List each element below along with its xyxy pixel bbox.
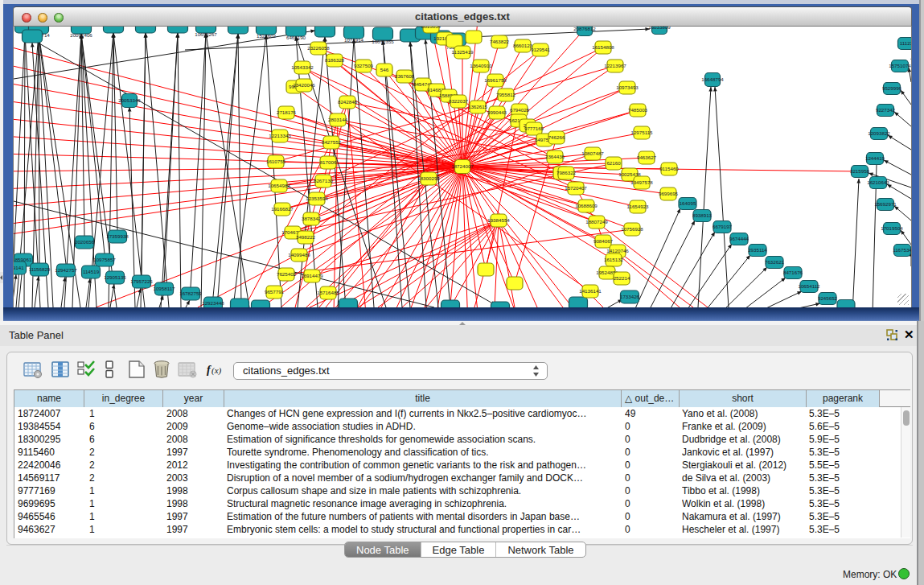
svg-text:6466190: 6466190 [286,35,306,40]
svg-text:17359938: 17359938 [106,233,129,239]
svg-text:9657791: 9657791 [265,289,285,295]
svg-text:18807249: 18807249 [585,219,608,225]
svg-text:18300295: 18300295 [417,175,440,181]
svg-text:2935114: 2935114 [748,247,767,253]
svg-text:252214: 252214 [614,275,630,281]
svg-text:10688609: 10688609 [575,203,598,208]
svg-text:1610755: 1610755 [266,159,286,164]
svg-text:14120746: 14120746 [606,248,629,253]
svg-text:12942757: 12942757 [55,267,77,273]
svg-text:10807487: 10807487 [581,150,604,156]
svg-text:1615132: 1615132 [604,257,624,262]
svg-text:2364436: 2364436 [545,154,565,159]
svg-text:12975115: 12975115 [630,130,653,135]
svg-text:8938913: 8938913 [692,212,713,218]
svg-text:12213967: 12213967 [604,63,626,68]
svg-text:11123: 11123 [900,40,911,46]
svg-text:8471676: 8471676 [783,270,803,275]
svg-text:9129541: 9129541 [531,47,551,52]
svg-text:10756928: 10756928 [621,226,643,232]
svg-text:14099489: 14099489 [288,252,310,257]
svg-text:16648794: 16648794 [701,76,724,82]
svg-text:9084067: 9084067 [593,238,614,244]
svg-text:10654112: 10654112 [798,283,820,289]
svg-text:9115460: 9115460 [659,166,679,171]
svg-text:12213343: 12213343 [269,133,291,138]
svg-text:10543342: 10543342 [291,64,314,70]
svg-text:1733426: 1733426 [620,294,640,299]
svg-text:16154808: 16154808 [592,44,614,50]
svg-text:7485003: 7485003 [628,107,648,113]
svg-text:7955812: 7955812 [496,92,516,97]
svg-text:15692971: 15692971 [874,201,897,207]
svg-text:9463627: 9463627 [637,154,657,160]
svg-text:9327509: 9327509 [354,63,374,68]
svg-text:2803144: 2803144 [328,117,348,122]
svg-text:10973493: 10973493 [616,84,639,90]
svg-text:8322037: 8322037 [449,98,469,104]
svg-text:8813054: 8813054 [421,27,441,29]
svg-text:16671355: 16671355 [372,39,394,44]
svg-text:17019504: 17019504 [881,225,903,231]
svg-text:12093822: 12093822 [868,130,890,136]
svg-text:817006: 817006 [320,159,337,165]
svg-text:(x): (x) [211,365,222,376]
svg-text:2367608: 2367608 [395,73,415,79]
svg-text:1244419: 1244419 [865,155,885,161]
svg-text:13640910: 13640910 [470,63,492,68]
svg-text:7632621: 7632621 [765,259,785,265]
svg-text:8267130: 8267130 [314,178,334,183]
svg-text:9777169: 9777169 [524,126,544,131]
svg-text:11654923: 11654923 [626,204,649,209]
svg-text:6679197: 6679197 [713,224,733,229]
svg-text:9245652: 9245652 [818,295,838,301]
svg-text:20053346: 20053346 [118,97,141,103]
svg-text:20091406: 20091406 [70,32,92,38]
svg-text:8660123: 8660123 [513,43,533,48]
svg-text:17957225: 17957225 [130,278,153,284]
svg-text:23226058: 23226058 [307,45,330,51]
svg-text:9699695: 9699695 [659,191,679,196]
svg-text:12923448: 12923448 [202,300,224,306]
svg-text:1071914: 1071914 [344,37,364,43]
svg-text:164095: 164095 [680,200,696,206]
svg-text:18724007: 18724007 [451,163,474,169]
svg-text:19166827: 19166827 [271,206,294,212]
svg-text:16961758: 16961758 [484,77,507,83]
svg-text:1527602: 1527602 [257,33,277,39]
svg-text:2718176: 2718176 [277,109,297,115]
svg-text:3498222: 3498222 [296,234,316,240]
svg-text:19384554: 19384554 [487,217,510,223]
svg-text:9674444: 9674444 [729,236,749,241]
svg-text:7625402: 7625402 [277,271,297,277]
svg-text:12905135: 12905135 [104,274,126,280]
svg-text:62160: 62160 [606,160,621,166]
svg-text:2020656: 2020656 [75,239,95,245]
svg-text:11325419: 11325419 [451,49,474,55]
svg-text:6794028: 6794028 [510,107,530,113]
svg-text:8427552: 8427552 [322,139,342,145]
svg-text:114519: 114519 [83,269,100,274]
svg-text:546: 546 [380,67,389,72]
svg-text:11156829: 11156829 [29,266,51,272]
svg-text:15751074: 15751074 [889,63,911,68]
svg-text:16782759: 16782759 [179,290,202,296]
svg-text:10654983: 10654983 [268,183,290,188]
svg-text:7463822: 7463822 [490,39,510,44]
svg-text:9990443: 9990443 [487,109,507,115]
svg-text:15720407: 15720407 [565,185,587,191]
svg-text:3215958: 3215958 [850,168,870,174]
svg-text:8242848: 8242848 [338,99,358,105]
svg-text:8186328: 8186328 [325,57,345,63]
svg-text:20876812: 20876812 [573,27,596,31]
svg-text:16210643: 16210643 [867,179,889,185]
svg-text:3878342: 3878342 [302,216,322,221]
svg-text:7986322: 7986322 [556,170,577,175]
svg-text:1362615: 1362615 [468,104,488,109]
svg-text:39141: 39141 [14,265,24,270]
svg-text:746266: 746266 [548,134,565,140]
svg-text:9227342: 9227342 [876,107,896,113]
svg-text:10958117: 10958117 [153,286,175,291]
svg-text:13497578: 13497578 [630,179,653,185]
svg-text:16033809: 16033809 [648,27,671,30]
